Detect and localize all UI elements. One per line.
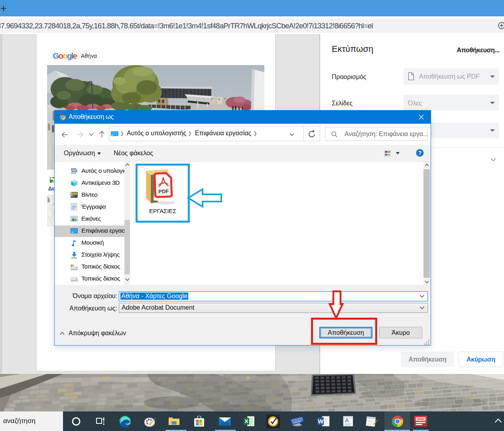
svg-text:A: A: [345, 417, 349, 423]
svg-text:X: X: [245, 418, 248, 424]
svg-text:W: W: [318, 418, 324, 425]
